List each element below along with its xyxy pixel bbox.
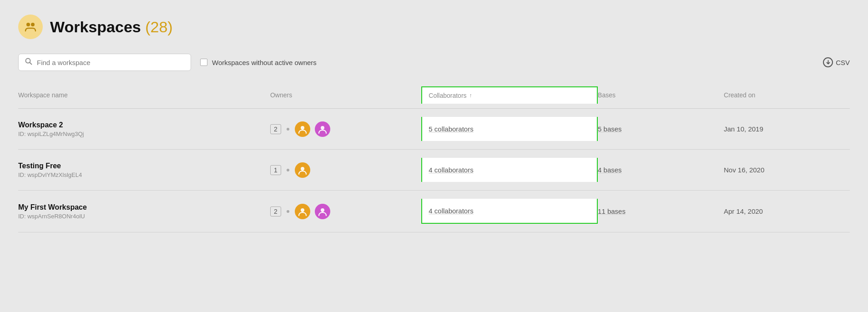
row2-name-cell: Testing Free ID: wspDvIYMzXlslgEL4 xyxy=(18,162,270,178)
workspaces-icon xyxy=(18,15,43,39)
table-row: My First Workspace ID: wspArnSeR8ONr4olU… xyxy=(18,191,850,232)
row2-date-cell: Nov 16, 2020 xyxy=(724,166,850,174)
search-input[interactable] xyxy=(37,59,184,66)
col-header-owners: Owners xyxy=(270,86,421,104)
page-container: Workspaces (28) Workspaces without activ… xyxy=(0,0,868,312)
svg-point-7 xyxy=(301,167,304,171)
search-box[interactable] xyxy=(18,54,191,71)
row1-owners-cell: 2 xyxy=(270,121,421,137)
row1-bases-cell[interactable]: 5 bases xyxy=(598,125,724,133)
row2-collaborators-cell[interactable]: 4 collaborators xyxy=(421,158,598,182)
col-header-collaborators[interactable]: Collaborators ↑ xyxy=(421,86,598,104)
row2-bases-cell[interactable]: 4 bases xyxy=(598,166,724,174)
row1-collaborators-cell[interactable]: 5 collaborators xyxy=(421,117,598,141)
owner-dot xyxy=(287,128,289,131)
row2-owners-cell: 1 xyxy=(270,162,421,178)
avatar xyxy=(295,204,310,219)
table-container: Workspace name Owners Collaborators ↑ Ba… xyxy=(18,82,850,232)
sort-arrow-icon: ↑ xyxy=(469,92,472,99)
row3-collaborators-cell[interactable]: 4 collaborators xyxy=(421,199,598,224)
table-header: Workspace name Owners Collaborators ↑ Ba… xyxy=(18,82,850,109)
row1-date-cell: Jan 10, 2019 xyxy=(724,125,850,133)
row3-name-cell: My First Workspace ID: wspArnSeR8ONr4olU xyxy=(18,203,270,220)
row1-name-cell: Workspace 2 ID: wspiLZLg4MrNwg3Qj xyxy=(18,121,270,137)
avatar xyxy=(295,162,310,178)
svg-point-9 xyxy=(321,208,324,212)
svg-point-6 xyxy=(321,126,324,130)
filter-checkbox[interactable] xyxy=(200,59,207,66)
svg-point-8 xyxy=(301,208,304,212)
avatar xyxy=(315,121,330,137)
owner-dot xyxy=(287,210,289,213)
svg-point-0 xyxy=(26,23,30,26)
svg-point-1 xyxy=(31,23,35,26)
table-row: Workspace 2 ID: wspiLZLg4MrNwg3Qj 2 xyxy=(18,109,850,150)
col-header-bases: Bases xyxy=(598,86,724,104)
page-header: Workspaces (28) xyxy=(18,15,850,39)
csv-button[interactable]: CSV xyxy=(823,57,850,67)
csv-download-icon xyxy=(823,57,833,67)
svg-line-3 xyxy=(30,63,32,65)
table-row: Testing Free ID: wspDvIYMzXlslgEL4 1 4 c… xyxy=(18,150,850,191)
avatar xyxy=(315,204,330,219)
col-header-created-on: Created on xyxy=(724,86,850,104)
toolbar: Workspaces without active owners CSV xyxy=(18,54,850,71)
row3-owners-cell: 2 xyxy=(270,204,421,219)
row3-bases-cell[interactable]: 11 bases xyxy=(598,207,724,216)
filter-label[interactable]: Workspaces without active owners xyxy=(200,59,317,66)
page-title: Workspaces (28) xyxy=(50,18,173,36)
search-icon xyxy=(25,58,32,67)
avatar xyxy=(295,121,310,137)
row3-date-cell: Apr 14, 2020 xyxy=(724,207,850,216)
owner-dot xyxy=(287,169,289,171)
svg-point-5 xyxy=(301,126,304,130)
col-header-name: Workspace name xyxy=(18,86,270,104)
